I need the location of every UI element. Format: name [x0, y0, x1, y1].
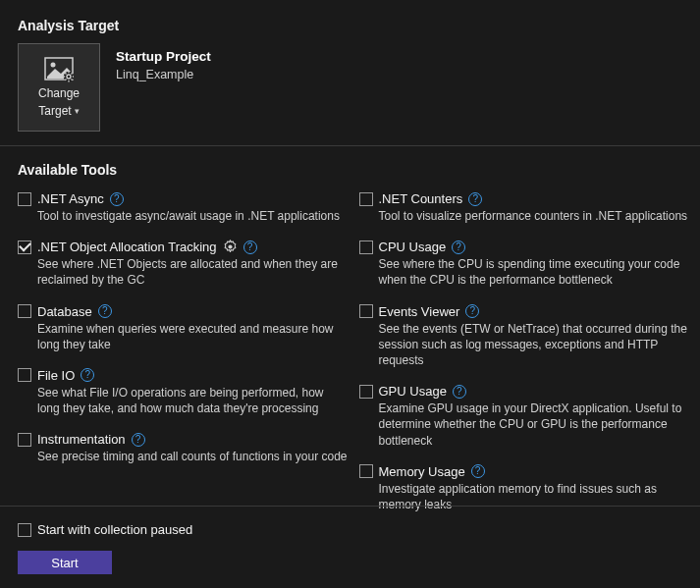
tool-label-net-object-allocation-tracking[interactable]: .NET Object Allocation Tracking	[37, 240, 217, 254]
tool-description-net-async: Tool to investigate async/await usage in…	[18, 208, 348, 224]
svg-line-9	[72, 79, 73, 80]
tool-help-icon-memory-usage[interactable]: ?	[471, 464, 485, 478]
tool-description-gpu-usage: Examine GPU usage in your DirectX applic…	[359, 401, 689, 449]
tool-settings-gear-icon-net-object-allocation-tracking[interactable]	[223, 240, 238, 254]
tool-help-icon-events-viewer[interactable]: ?	[465, 304, 479, 318]
tool-label-file-io[interactable]: File IO	[37, 368, 75, 383]
tool-description-instrumentation: See precise timing and call counts of fu…	[18, 449, 348, 464]
tool-label-gpu-usage[interactable]: GPU Usage	[379, 384, 447, 399]
startup-project-label: Startup Project	[116, 49, 211, 64]
tool-help-icon-cpu-usage[interactable]: ?	[452, 241, 465, 254]
tool-description-cpu-usage: See where the CPU is spending time execu…	[359, 256, 689, 288]
tool-checkbox-net-counters[interactable]	[359, 192, 373, 206]
tool-checkbox-memory-usage[interactable]	[359, 464, 373, 478]
tool-help-icon-net-object-allocation-tracking[interactable]: ?	[243, 241, 257, 254]
svg-point-1	[51, 62, 56, 67]
svg-line-10	[65, 79, 66, 80]
dropdown-icon: ▾	[75, 106, 80, 116]
selected-project-name: Linq_Example	[116, 68, 211, 81]
tool-help-icon-instrumentation[interactable]: ?	[132, 433, 145, 447]
tool-description-file-io: See what File I/O operations are being p…	[18, 385, 348, 416]
tool-checkbox-instrumentation[interactable]	[18, 433, 31, 447]
tool-help-icon-gpu-usage[interactable]: ?	[453, 385, 466, 399]
tool-help-icon-net-counters[interactable]: ?	[468, 192, 482, 206]
tool-checkbox-net-object-allocation-tracking[interactable]	[18, 241, 31, 254]
tool-description-database: Examine when queries were executed and m…	[18, 321, 348, 352]
tool-help-icon-database[interactable]: ?	[98, 304, 112, 318]
tool-label-instrumentation[interactable]: Instrumentation	[37, 432, 126, 447]
svg-point-12	[228, 245, 232, 249]
start-paused-checkbox[interactable]	[18, 523, 31, 537]
tool-help-icon-file-io[interactable]: ?	[81, 368, 94, 382]
tool-help-icon-net-async[interactable]: ?	[110, 192, 124, 206]
change-target-label-line2: Target	[38, 104, 71, 118]
tool-label-memory-usage[interactable]: Memory Usage	[379, 464, 465, 479]
tool-label-net-async[interactable]: .NET Async	[37, 191, 104, 206]
tool-checkbox-net-async[interactable]	[18, 192, 31, 206]
available-tools-header: Available Tools	[18, 162, 700, 178]
start-paused-label[interactable]: Start with collection paused	[37, 522, 192, 537]
tool-description-events-viewer: See the events (ETW or NetTrace) that oc…	[359, 321, 689, 369]
tool-checkbox-cpu-usage[interactable]	[359, 241, 373, 254]
svg-line-8	[65, 73, 66, 74]
analysis-target-header: Analysis Target	[18, 18, 700, 33]
tool-label-net-counters[interactable]: .NET Counters	[379, 191, 463, 206]
change-target-icon	[44, 57, 74, 82]
tool-checkbox-database[interactable]	[18, 304, 31, 318]
svg-line-11	[72, 73, 73, 74]
start-button[interactable]: Start	[18, 551, 112, 574]
tool-checkbox-file-io[interactable]	[18, 368, 31, 382]
tool-description-net-object-allocation-tracking: See where .NET Objects are allocated and…	[18, 256, 348, 288]
tool-label-events-viewer[interactable]: Events Viewer	[379, 304, 460, 319]
tool-checkbox-gpu-usage[interactable]	[359, 385, 373, 399]
tool-label-cpu-usage[interactable]: CPU Usage	[379, 240, 447, 254]
tool-checkbox-events-viewer[interactable]	[359, 304, 373, 318]
tool-label-database[interactable]: Database	[37, 304, 92, 319]
change-target-button[interactable]: Change Target ▾	[18, 43, 100, 132]
change-target-label-line1: Change	[38, 86, 80, 100]
tool-description-net-counters: Tool to visualize performance counters i…	[359, 208, 689, 224]
section-divider	[0, 145, 700, 146]
